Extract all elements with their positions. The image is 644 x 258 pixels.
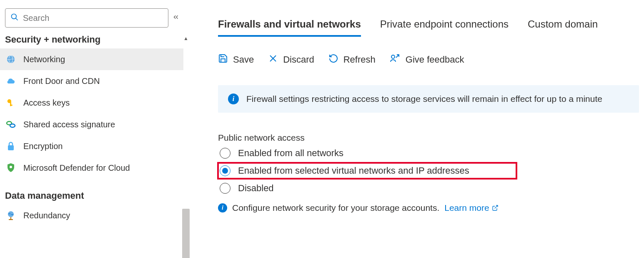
- feedback-button[interactable]: Give feedback: [390, 53, 464, 66]
- scroll-up-icon[interactable]: ▲: [182, 33, 190, 43]
- sidebar-item-label: Redundancy: [23, 211, 70, 220]
- lock-icon: [6, 141, 16, 151]
- save-icon: [218, 53, 228, 66]
- globe-stand-icon: [6, 210, 16, 220]
- svg-line-19: [494, 205, 497, 208]
- refresh-icon: [328, 53, 338, 66]
- sidebar-item-networking[interactable]: Networking: [0, 48, 183, 70]
- discard-label: Discard: [283, 54, 314, 65]
- radio-input[interactable]: [220, 148, 231, 159]
- svg-point-17: [391, 55, 395, 58]
- sidebar-item-redundancy[interactable]: Redundancy: [0, 205, 183, 226]
- search-box[interactable]: [5, 8, 168, 28]
- sidebar-item-defender[interactable]: Microsoft Defender for Cloud: [0, 157, 183, 179]
- sidebar-item-label: Front Door and CDN: [23, 76, 100, 86]
- tabs: Firewalls and virtual networks Private e…: [218, 18, 644, 37]
- tab-private-endpoint[interactable]: Private endpoint connections: [380, 18, 509, 37]
- svg-point-11: [10, 166, 12, 168]
- radio-label: Enabled from selected virtual networks a…: [238, 165, 469, 176]
- external-link-icon: [492, 205, 499, 211]
- refresh-button[interactable]: Refresh: [328, 53, 376, 66]
- sidebar-item-label: Microsoft Defender for Cloud: [23, 163, 130, 173]
- radio-option-all-networks[interactable]: Enabled from all networks: [218, 144, 644, 162]
- discard-button[interactable]: Discard: [268, 53, 314, 66]
- discard-icon: [268, 53, 278, 66]
- cloud-icon: [6, 76, 16, 86]
- feedback-icon: [390, 53, 401, 66]
- shield-icon: [6, 163, 16, 173]
- info-icon: i: [228, 94, 239, 104]
- radio-input[interactable]: [220, 165, 231, 176]
- sidebar: Security + networking Networking Front D…: [0, 0, 190, 258]
- svg-rect-10: [8, 145, 14, 150]
- sidebar-item-sas[interactable]: Shared access signature: [0, 114, 183, 135]
- svg-point-0: [12, 14, 17, 19]
- search-icon: [10, 13, 19, 23]
- sidebar-item-label: Shared access signature: [23, 120, 115, 129]
- sidebar-section-security-networking: Security + networking: [0, 32, 190, 48]
- radio-label: Disabled: [238, 183, 274, 194]
- key-icon: [6, 98, 16, 108]
- sidebar-section-data-management: Data management: [0, 188, 190, 205]
- radio-option-selected-vnets[interactable]: Enabled from selected virtual networks a…: [217, 162, 517, 180]
- svg-point-9: [10, 124, 15, 127]
- svg-rect-7: [10, 105, 13, 106]
- sidebar-item-front-door[interactable]: Front Door and CDN: [0, 70, 183, 92]
- toolbar: Save Discard Refresh Give feedback: [218, 53, 644, 66]
- radio-label: Enabled from all networks: [238, 148, 343, 159]
- scroll-thumb[interactable]: [182, 209, 190, 258]
- svg-line-1: [16, 18, 18, 20]
- save-label: Save: [233, 54, 254, 65]
- info-icon: i: [218, 203, 227, 212]
- sidebar-item-label: Encryption: [23, 142, 63, 151]
- main-content: Firewalls and virtual networks Private e…: [190, 0, 644, 258]
- svg-line-18: [396, 55, 399, 58]
- radio-option-disabled[interactable]: Disabled: [218, 180, 644, 197]
- link-icon: [6, 119, 16, 129]
- refresh-label: Refresh: [343, 54, 376, 65]
- hint-text: Configure network security for your stor…: [232, 203, 439, 213]
- info-banner: i Firewall settings restricting access t…: [218, 85, 639, 113]
- learn-more-label: Learn more: [444, 203, 489, 213]
- public-network-access-group: Public network access Enabled from all n…: [218, 133, 644, 213]
- collapse-sidebar-icon[interactable]: [172, 13, 180, 23]
- sidebar-item-access-keys[interactable]: Access keys: [0, 92, 183, 114]
- hint-row: i Configure network security for your st…: [218, 203, 644, 213]
- feedback-label: Give feedback: [406, 54, 464, 65]
- tab-custom-domain[interactable]: Custom domain: [528, 18, 598, 37]
- learn-more-link[interactable]: Learn more: [444, 203, 498, 213]
- globe-icon: [6, 54, 16, 64]
- tab-firewalls[interactable]: Firewalls and virtual networks: [218, 18, 361, 37]
- radio-input[interactable]: [220, 183, 231, 194]
- sidebar-item-encryption[interactable]: Encryption: [0, 135, 183, 157]
- save-button[interactable]: Save: [218, 53, 254, 66]
- sidebar-scrollbar[interactable]: ▲: [182, 33, 190, 258]
- sidebar-item-label: Networking: [23, 55, 65, 64]
- sidebar-item-label: Access keys: [23, 98, 70, 108]
- search-input[interactable]: [23, 13, 163, 23]
- form-group-label: Public network access: [218, 133, 644, 143]
- info-banner-text: Firewall settings restricting access to …: [246, 94, 602, 104]
